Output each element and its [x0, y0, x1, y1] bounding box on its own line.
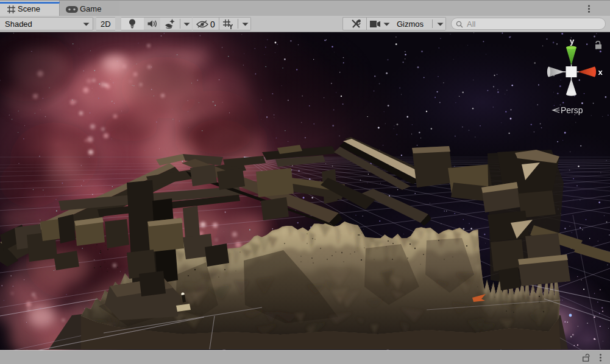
- svg-text:x: x: [598, 68, 603, 77]
- svg-text:Persp: Persp: [561, 105, 583, 115]
- svg-text:y: y: [570, 37, 575, 46]
